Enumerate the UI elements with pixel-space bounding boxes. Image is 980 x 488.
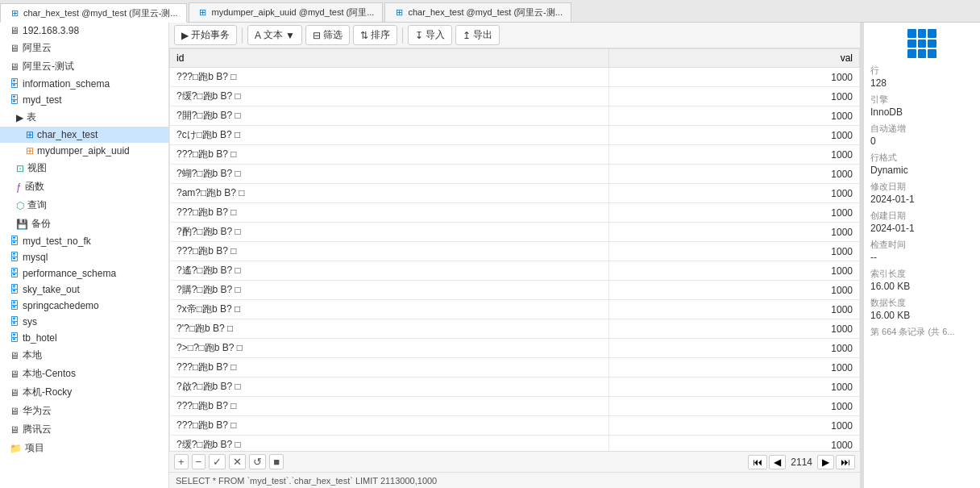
cell-val: 1000: [608, 319, 859, 339]
cell-val: 1000: [608, 203, 859, 223]
stat-label: 行: [870, 65, 974, 77]
confirm-button[interactable]: ✓: [209, 454, 226, 469]
page-last-button[interactable]: ⏭: [836, 455, 855, 469]
table-row[interactable]: ?購?□跑b B? □1000: [170, 281, 860, 300]
sidebar-item-perf-schema[interactable]: 🗄 performance_schema: [0, 265, 168, 282]
table-row[interactable]: ???□跑b B? □1000: [170, 145, 860, 165]
sidebar-item-mysql[interactable]: 🗄 mysql: [0, 249, 168, 265]
top-tab-bar: ⊞ char_hex_test @myd_test (阿里云-测... ⊞ my…: [0, 0, 980, 23]
table-row[interactable]: ?缓?□跑b B? □1000: [170, 87, 860, 106]
add-row-button[interactable]: +: [174, 454, 189, 469]
sidebar-label: 本机-Rocky: [23, 386, 72, 399]
table-row[interactable]: ?x帝□跑b B? □1000: [170, 300, 860, 319]
sidebar-item-queries[interactable]: ⬡ 查询: [0, 196, 168, 215]
server-icon: 🖥: [10, 25, 19, 36]
sidebar-item-mydumper-aipk[interactable]: ⊞ mydumper_aipk_uuid: [0, 143, 168, 159]
sidebar-item-myd-test-no-fk[interactable]: 🗄 myd_test_no_fk: [0, 233, 168, 249]
refresh-button[interactable]: ↺: [249, 454, 266, 469]
db-icon: 🗄: [10, 252, 19, 263]
sidebar-item-huawei[interactable]: 🖥 华为云: [0, 402, 168, 420]
sort-button[interactable]: ⇅ 排序: [353, 25, 397, 45]
cell-val: 1000: [608, 106, 859, 126]
server-icon: 🖥: [10, 387, 19, 398]
cancel-button[interactable]: ✕: [229, 454, 246, 469]
cell-val: 1000: [608, 358, 859, 377]
sidebar-item-aliyun-test[interactable]: 🖥 阿里云-测试: [0, 57, 168, 76]
page-next-button[interactable]: ▶: [817, 455, 834, 469]
transaction-icon: ▶: [181, 30, 189, 41]
table-row[interactable]: ?啟?□跑b B? □1000: [170, 377, 860, 397]
sidebar-item-local[interactable]: 🖥 本地: [0, 346, 168, 365]
sidebar-item-myd-test[interactable]: 🗄 myd_test: [0, 92, 168, 108]
right-panel-stat-item: 行格式Dynamic: [870, 152, 974, 176]
cell-id: ?開?□跑b B? □: [170, 106, 609, 126]
tab-char-hex-test-1[interactable]: ⊞ char_hex_test @myd_test (阿里云-测...: [0, 3, 187, 23]
sidebar-label: information_schema: [23, 78, 110, 90]
table-orange-icon: ⊞: [26, 145, 34, 156]
sidebar-item-char-hex-test[interactable]: ⊞ char_hex_test: [0, 127, 168, 143]
backup-icon: 💾: [16, 219, 28, 230]
sort-icon: ⇅: [360, 30, 368, 41]
table-row[interactable]: ???□跑b B? □1000: [170, 397, 860, 416]
cell-id: ???□跑b B? □: [170, 145, 609, 165]
filter-button[interactable]: ⊟ 筛选: [305, 25, 350, 45]
remove-row-button[interactable]: −: [192, 454, 206, 469]
table-row[interactable]: ?開?□跑b B? □1000: [170, 106, 860, 126]
table-row[interactable]: ?>□?□跑b B? □1000: [170, 339, 860, 358]
server-icon: 🖥: [10, 350, 19, 361]
sidebar-label: 华为云: [23, 404, 52, 418]
table-row[interactable]: ?am?□跑b B? □1000: [170, 184, 860, 203]
sidebar-item-local-rocky[interactable]: 🖥 本机-Rocky: [0, 383, 168, 402]
table-row[interactable]: ???□跑b B? □1000: [170, 203, 860, 223]
tab-char-hex-test-2[interactable]: ⊞ char_hex_test @myd_test (阿里云-测...: [384, 2, 571, 22]
sidebar-item-backup[interactable]: 💾 备份: [0, 215, 168, 233]
table-row[interactable]: ?缓?□跑b B? □1000: [170, 436, 860, 452]
table-row[interactable]: ?遙?□跑b B? □1000: [170, 261, 860, 281]
db-icon: 🗄: [10, 300, 19, 311]
sidebar-label: myd_test_no_fk: [23, 236, 91, 247]
sidebar-item-tb-hotel[interactable]: 🗄 tb_hotel: [0, 330, 168, 346]
sidebar-item-views[interactable]: ⊡ 视图: [0, 159, 168, 177]
begin-transaction-button[interactable]: ▶ 开始事务: [174, 25, 237, 45]
stop-button[interactable]: ■: [269, 454, 284, 469]
sidebar-item-sky-take-out[interactable]: 🗄 sky_take_out: [0, 282, 168, 298]
sql-text: SELECT * FROM `myd_test`.`char_hex_test`…: [176, 476, 437, 486]
content-area: ▶ 开始事务 A 文本 ▼ ⊟ 筛选 ⇅ 排序 ↧ 导入: [169, 23, 860, 488]
sidebar-item-tables-folder[interactable]: ▶ 表: [0, 108, 168, 127]
table-row[interactable]: ?蝴?□跑b B? □1000: [170, 165, 860, 184]
sidebar: 🖥 192.168.3.98 🖥 阿里云 🖥 阿里云-测试 🗄 informat…: [0, 23, 169, 488]
table-row[interactable]: ???□跑b B? □1000: [170, 358, 860, 377]
page-first-button[interactable]: ⏮: [748, 455, 767, 469]
sidebar-item-project[interactable]: 📁 项目: [0, 439, 168, 457]
export-button[interactable]: ↥ 导出: [455, 25, 500, 45]
table-row[interactable]: ???□跑b B? □1000: [170, 416, 860, 436]
sidebar-item-192[interactable]: 🖥 192.168.3.98: [0, 23, 168, 39]
table-row[interactable]: ???□跑b B? □1000: [170, 242, 860, 261]
sidebar-item-tencent[interactable]: 🖥 腾讯云: [0, 420, 168, 439]
sidebar-item-functions[interactable]: ƒ 函数: [0, 177, 168, 196]
page-prev-button[interactable]: ◀: [769, 455, 786, 469]
server-icon: 🖥: [10, 424, 19, 436]
sidebar-item-aliyun[interactable]: 🖥 阿里云: [0, 39, 168, 57]
right-panel-icon-area: [870, 29, 974, 58]
folder-icon: 📁: [10, 443, 22, 454]
stat-value: --: [870, 252, 974, 263]
stat-label: 行格式: [870, 152, 974, 164]
cell-id: ?遙?□跑b B? □: [170, 261, 609, 281]
cell-val: 1000: [608, 416, 859, 436]
sidebar-item-sys[interactable]: 🗄 sys: [0, 314, 168, 330]
table-icon-2: ⊞: [197, 7, 209, 19]
sidebar-item-info-schema[interactable]: 🗄 information_schema: [0, 76, 168, 92]
table-row[interactable]: ?cけ□跑b B? □1000: [170, 126, 860, 145]
tab-mydumper[interactable]: ⊞ mydumper_aipk_uuid @myd_test (阿里...: [189, 2, 384, 22]
sidebar-item-springcachedemo[interactable]: 🗄 springcachedemo: [0, 298, 168, 314]
table-row[interactable]: ???□跑b B? □1000: [170, 68, 860, 87]
table-row[interactable]: ?酌?□跑b B? □1000: [170, 223, 860, 242]
import-button[interactable]: ↧ 导入: [408, 25, 452, 45]
view-icon: ⊡: [16, 163, 24, 174]
table-row[interactable]: ?'?□跑b B? □1000: [170, 319, 860, 339]
text-button[interactable]: A 文本 ▼: [247, 25, 302, 45]
db-icon: 🗄: [10, 268, 19, 279]
sidebar-item-local-centos[interactable]: 🖥 本地-Centos: [0, 365, 168, 383]
cell-id: ???□跑b B? □: [170, 242, 609, 261]
